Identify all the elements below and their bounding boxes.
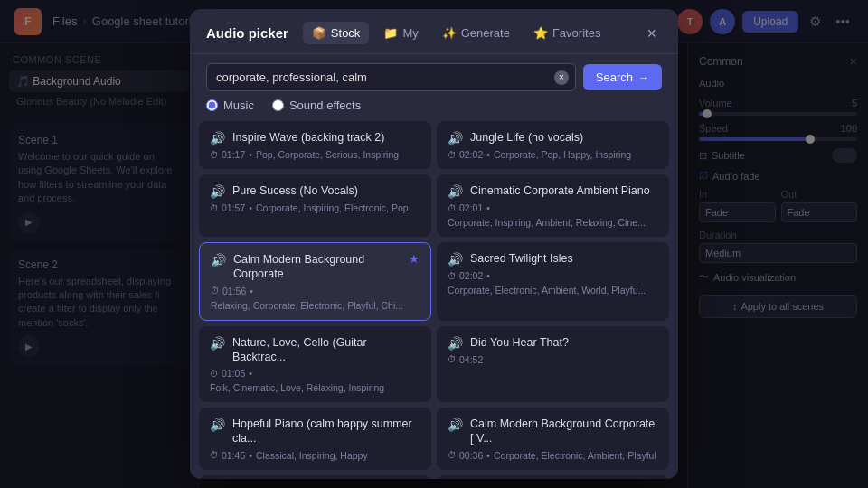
tab-generate-label: Generate xyxy=(461,26,510,40)
bullet-separator: • xyxy=(486,149,490,160)
track-name: Cinematic Corporate Ambient Piano xyxy=(470,183,658,198)
track-play-icon[interactable]: 🔊 xyxy=(211,253,226,267)
track-duration: ⏱04:52 xyxy=(448,354,483,365)
clock-icon: ⏱ xyxy=(210,369,219,379)
modal-header: Audio picker 📦 Stock 📁 My ✨ Generate ⭐ F… xyxy=(190,9,678,54)
track-play-icon[interactable]: 🔊 xyxy=(210,336,225,351)
track-duration: ⏱00:36 xyxy=(448,450,483,461)
track-duration: ⏱01:17 xyxy=(210,149,245,160)
track-card[interactable]: 🔊Calm Modern Background Corporate [ V...… xyxy=(437,408,669,470)
star-button[interactable]: ★ xyxy=(409,252,420,266)
tab-my-label: My xyxy=(402,26,418,40)
track-play-icon[interactable]: 🔊 xyxy=(210,131,225,145)
tracks-grid: 🔊Inspire Wave (backing track 2)⏱01:17•Po… xyxy=(190,119,678,479)
bullet-separator: • xyxy=(486,270,490,281)
track-play-icon[interactable]: 🔊 xyxy=(448,418,463,432)
track-card[interactable]: 🔊Inspire Wave (backing track 2)⏱01:17•Po… xyxy=(199,121,431,169)
clock-icon: ⏱ xyxy=(448,450,457,460)
track-top: 🔊Calm Modern Background Corporate [ V... xyxy=(448,417,658,446)
track-name: Sacred Twilight Isles xyxy=(470,251,658,266)
modal-close-button[interactable]: × xyxy=(641,23,662,43)
track-tags: Relaxing, Corporate, Electronic, Playful… xyxy=(211,300,403,311)
bullet-separator: • xyxy=(249,149,252,160)
search-clear-button[interactable]: × xyxy=(554,70,569,85)
track-meta: ⏱02:01•Corporate, Inspiring, Ambient, Re… xyxy=(448,202,658,228)
track-duration: ⏱01:45 xyxy=(210,450,245,461)
track-meta: ⏱01:17•Pop, Corporate, Serious, Inspirin… xyxy=(210,149,420,160)
track-card[interactable]: 🔊Cinematic Corporate Ambient Piano⏱02:01… xyxy=(437,174,669,237)
radio-sfx[interactable] xyxy=(272,99,284,111)
search-arrow-icon: → xyxy=(637,70,649,84)
clock-icon: ⏱ xyxy=(448,354,457,364)
track-play-icon[interactable]: 🔊 xyxy=(448,252,463,267)
track-name: Inspire Wave (backing track 2) xyxy=(232,130,420,145)
modal-backdrop: Audio picker 📦 Stock 📁 My ✨ Generate ⭐ F… xyxy=(0,0,868,488)
my-icon: 📁 xyxy=(383,26,398,40)
track-card[interactable]: 🔊Pure Sucess (No Vocals)⏱01:57•Corporate… xyxy=(199,174,431,237)
track-name: Calm Modern Background Corporate xyxy=(233,252,401,282)
track-card[interactable]: 🔊Sacred Twilight Isles⏱02:02•Corporate, … xyxy=(437,242,669,321)
track-meta: ⏱00:36•Corporate, Electronic, Ambient, P… xyxy=(448,450,658,461)
track-play-icon[interactable]: 🔊 xyxy=(210,184,225,199)
track-top: 🔊Did You Hear That? xyxy=(448,335,658,351)
track-top: 🔊Calm Modern Background Corporate★ xyxy=(211,252,420,282)
track-duration: ⏱02:01 xyxy=(448,202,483,213)
track-tags: Corporate, Electronic, Ambient, Playful xyxy=(494,450,656,461)
track-top: 🔊Inspire Wave (backing track 2) xyxy=(210,130,420,145)
track-play-icon[interactable]: 🔊 xyxy=(448,184,463,199)
search-button[interactable]: Search → xyxy=(583,64,662,90)
track-meta: ⏱01:45•Classical, Inspiring, Happy xyxy=(210,450,420,461)
track-tags: Corporate, Pop, Happy, Inspiring xyxy=(494,149,631,160)
clock-icon: ⏱ xyxy=(448,150,457,160)
clock-icon: ⏱ xyxy=(211,286,220,296)
favorites-icon: ⭐ xyxy=(533,26,548,40)
search-input[interactable] xyxy=(206,63,576,91)
clock-icon: ⏱ xyxy=(210,150,219,160)
bullet-separator: • xyxy=(486,450,490,461)
track-tags: Corporate, Inspiring, Ambient, Relaxing,… xyxy=(448,217,646,228)
track-play-icon[interactable]: 🔊 xyxy=(448,131,463,145)
track-tags: Folk, Cinematic, Love, Relaxing, Inspiri… xyxy=(210,382,384,393)
track-card[interactable]: 🔊Hopeful Piano (calm happy summer cla...… xyxy=(199,408,431,470)
bullet-separator: • xyxy=(486,202,490,213)
track-name: Pure Sucess (No Vocals) xyxy=(232,183,420,198)
search-button-label: Search xyxy=(596,70,633,84)
track-tags: Pop, Corporate, Serious, Inspiring xyxy=(256,149,399,160)
track-card[interactable]: 🔊Jungle Life (no vocals)⏱02:02•Corporate… xyxy=(437,121,669,169)
track-card[interactable]: 🔊Love Will Find A Way (Cello And Guit...… xyxy=(199,475,431,480)
tab-stock-label: Stock xyxy=(331,26,361,40)
track-card[interactable]: 🔊Pioneering Pathways - No Melody⏱02:41•C… xyxy=(437,475,669,480)
track-card[interactable]: 🔊Nature, Love, Cello (Guitar Backtrac...… xyxy=(199,326,431,403)
track-top: 🔊Pure Sucess (No Vocals) xyxy=(210,183,420,199)
search-wrapper: × xyxy=(206,63,576,91)
generate-icon: ✨ xyxy=(442,26,457,40)
track-top: 🔊Hopeful Piano (calm happy summer cla... xyxy=(210,417,420,446)
track-top: 🔊Cinematic Corporate Ambient Piano xyxy=(448,183,658,199)
track-play-icon[interactable]: 🔊 xyxy=(448,336,463,351)
track-card[interactable]: 🔊Did You Hear That?⏱04:52 xyxy=(437,326,669,403)
track-meta: ⏱01:56•Relaxing, Corporate, Electronic, … xyxy=(211,286,420,311)
radio-sfx-label[interactable]: Sound effects xyxy=(272,99,361,112)
search-area: × Search → xyxy=(190,54,678,99)
track-play-icon[interactable]: 🔊 xyxy=(210,418,225,432)
clock-icon: ⏱ xyxy=(448,203,457,213)
audio-picker-modal: Audio picker 📦 Stock 📁 My ✨ Generate ⭐ F… xyxy=(190,9,678,479)
track-tags: Corporate, Inspiring, Electronic, Pop xyxy=(256,202,409,213)
track-meta: ⏱04:52 xyxy=(448,354,658,365)
clock-icon: ⏱ xyxy=(210,450,219,460)
radio-row: Music Sound effects xyxy=(190,99,678,119)
track-duration: ⏱02:02 xyxy=(448,270,483,281)
clock-icon: ⏱ xyxy=(448,271,457,281)
track-tags: Corporate, Electronic, Ambient, World, P… xyxy=(448,285,646,296)
track-card[interactable]: 🔊Calm Modern Background Corporate★⏱01:56… xyxy=(199,242,431,321)
clock-icon: ⏱ xyxy=(210,203,219,213)
tab-favorites-button[interactable]: ⭐ Favorites xyxy=(524,22,609,44)
radio-music-label[interactable]: Music xyxy=(206,99,254,112)
track-meta: ⏱01:05•Folk, Cinematic, Love, Relaxing, … xyxy=(210,368,420,393)
tab-stock-button[interactable]: 📦 Stock xyxy=(303,22,370,44)
track-tags: Classical, Inspiring, Happy xyxy=(256,450,368,461)
tab-generate-button[interactable]: ✨ Generate xyxy=(433,22,519,44)
radio-music[interactable] xyxy=(206,99,218,111)
bullet-separator: • xyxy=(249,368,252,379)
tab-my-button[interactable]: 📁 My xyxy=(374,22,427,44)
